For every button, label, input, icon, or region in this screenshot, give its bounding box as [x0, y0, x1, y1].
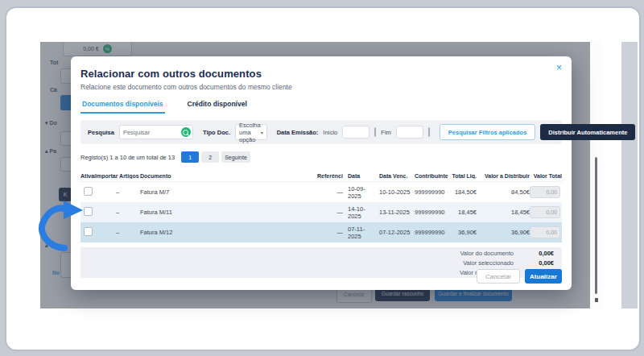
page-1-button[interactable]: 1 — [181, 151, 199, 163]
row-checkbox[interactable] — [84, 187, 93, 196]
records-count: Registo(s) 1 a 10 de um total de 13 — [80, 154, 175, 161]
auto-distribute-button[interactable]: Distribuir Automaticamente — [540, 124, 635, 140]
apply-filters-button[interactable]: Pesquisar Filtros aplicados — [440, 124, 536, 140]
valor-total-input[interactable] — [530, 186, 560, 198]
tipo-doc-label: Tipo Doc. — [203, 129, 230, 136]
document-name: Fatura M/11 — [140, 209, 317, 216]
summary-value: 0,00€ — [514, 250, 554, 257]
table-header: Ativar Importar Artigos Documento Referê… — [80, 170, 562, 182]
data-emissao-label: Data Emissão: — [277, 129, 319, 136]
scrollbar-track[interactable] — [590, 42, 602, 308]
summary-row: Valor seleccionado 0,00€ — [80, 259, 554, 267]
pagination: 1 2 Seguinte — [181, 151, 250, 163]
date-end-input[interactable] — [396, 126, 423, 139]
summary-label: Valor seleccionado — [463, 259, 514, 267]
calendar-icon[interactable] — [374, 127, 376, 137]
document-name: Fatura M/12 — [140, 229, 317, 236]
header-data: Data — [343, 173, 378, 179]
header-valor-total: Valor Total — [530, 173, 562, 179]
summary-label: Valor do documento — [460, 250, 514, 257]
header-referencia: Referência — [317, 173, 343, 179]
date-start-input[interactable] — [342, 126, 369, 139]
stage: Tot 0,00 € % Câ ▾ Do ▴ Pa K ▴ Ob No Canc… — [0, 0, 644, 356]
table-row[interactable]: – Fatura M/11 — 14-10-2025 13-11-2025 99… — [80, 202, 562, 222]
search-label: Pesquisa — [88, 129, 114, 136]
right-gutter — [621, 42, 638, 308]
search-button[interactable] — [181, 127, 191, 137]
tab-credito-disponivel[interactable]: Crédito disponível — [186, 100, 249, 114]
header-data-venc: Data Venc. — [378, 173, 412, 179]
modal-tabs: Documentos disponíveis Crédito disponíve… — [80, 100, 562, 114]
header-valor-a-distribuir: Valor a Distribuir — [477, 173, 530, 179]
table-row-highlighted[interactable]: – Fatura M/12 — 07-11-2025 07-12-2025 99… — [80, 222, 562, 242]
search-icon — [183, 130, 188, 135]
document-name: Fatura M/7 — [140, 188, 317, 196]
row-checkbox[interactable] — [84, 227, 93, 236]
modal-subtitle: Relacione este documento com outros docu… — [80, 83, 562, 91]
fim-label: Fim — [381, 129, 391, 136]
cancel-button[interactable]: Cancelar — [477, 269, 520, 284]
header-documento: Documento — [140, 173, 317, 179]
header-total-liq: Total Liq. — [449, 173, 477, 179]
chevron-down-icon: ▾ — [261, 130, 263, 135]
relate-documents-modal: × Relacionar com outros documentos Relac… — [71, 56, 572, 290]
tipo-doc-value: Escolha uma opção — [239, 122, 261, 143]
tab-documentos-disponiveis[interactable]: Documentos disponíveis — [80, 100, 165, 114]
table-row[interactable]: – Fatura M/7 — 10-09-2025 10-10-2025 999… — [80, 182, 562, 202]
inicio-label: Início — [323, 129, 337, 136]
page-2-button[interactable]: 2 — [201, 151, 219, 163]
tipo-doc-select[interactable]: Escolha uma opção ▾ — [235, 124, 267, 140]
update-button[interactable]: Atualizar — [525, 269, 562, 284]
header-contribuinte: Contribuinte — [412, 173, 449, 179]
calendar-icon[interactable] — [428, 127, 430, 137]
next-page-button[interactable]: Seguinte — [221, 151, 250, 163]
close-icon[interactable]: × — [556, 64, 562, 72]
modal-title: Relacionar com outros documentos — [80, 68, 562, 80]
valor-total-input[interactable] — [530, 226, 560, 238]
summary-value: 0,00€ — [514, 259, 554, 267]
valor-total-input[interactable] — [530, 206, 560, 218]
scrollbar-thumb[interactable] — [595, 157, 597, 294]
header-importar-artigos: Importar Artigos — [95, 173, 140, 179]
scrollbar-end-mark — [595, 298, 598, 302]
summary-row: Valor do documento 0,00€ — [80, 250, 554, 257]
row-checkbox[interactable] — [84, 207, 93, 216]
filter-bar: Pesquisa Tipo Doc. Escolha uma opção ▾ D… — [80, 120, 562, 144]
header-ativar: Ativar — [80, 173, 95, 179]
